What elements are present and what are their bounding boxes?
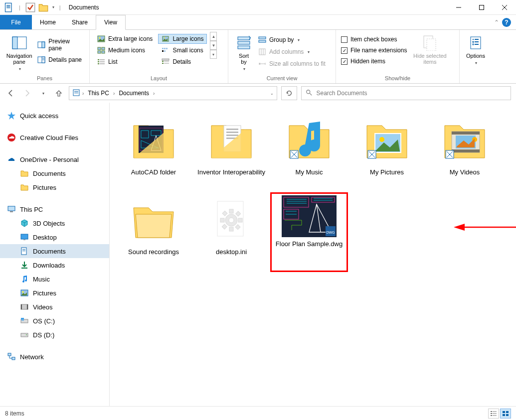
svg-rect-88: [226, 132, 238, 133]
file-area[interactable]: AutoCAD folder Inventor Interoperability…: [110, 103, 516, 406]
file-my-videos[interactable]: My Videos: [426, 113, 504, 192]
svg-rect-34: [162, 50, 164, 52]
item-check-boxes-toggle[interactable]: Item check boxes: [339, 35, 409, 44]
folder-icon: [38, 2, 48, 12]
breadcrumb-this-pc[interactable]: This PC: [86, 90, 111, 97]
nav-music[interactable]: Music: [0, 272, 109, 286]
layout-large[interactable]: Large icons: [158, 34, 207, 44]
nav-videos[interactable]: Videos: [0, 300, 109, 314]
sort-by-button[interactable]: Sort by ▾: [231, 32, 256, 71]
layout-extra-large[interactable]: Extra large icons: [94, 34, 156, 44]
nav-osc[interactable]: OS (C:): [0, 314, 109, 328]
svg-rect-105: [229, 227, 233, 231]
layout-list[interactable]: List: [94, 57, 156, 67]
file-floor-plan-dwg[interactable]: DWG Floor Plan Sample.dwg: [270, 192, 348, 272]
maximize-button[interactable]: [470, 0, 493, 15]
file-my-music[interactable]: My Music: [270, 113, 348, 192]
nav-pictures[interactable]: Pictures: [0, 286, 109, 300]
file-autocad-folder[interactable]: AutoCAD folder: [115, 113, 192, 192]
nav-onedrive[interactable]: OneDrive - Personal: [0, 152, 109, 166]
file-label: Inventor Interoperability: [197, 168, 265, 177]
svg-rect-38: [164, 61, 169, 62]
group-by-button[interactable]: Group by ▾: [256, 35, 328, 45]
address-bar[interactable]: › This PC › Documents › ⌄: [69, 86, 277, 100]
tab-view[interactable]: View: [96, 15, 126, 30]
chevron-down-icon: ▾: [298, 38, 300, 42]
svg-rect-10: [12, 37, 17, 49]
file-desktop-ini[interactable]: desktop.ini: [192, 192, 270, 272]
help-icon[interactable]: ?: [502, 18, 511, 27]
nav-onedrive-pictures[interactable]: Pictures: [0, 180, 109, 194]
layout-small[interactable]: Small icons: [158, 45, 207, 55]
file-inventor[interactable]: Inventor Interoperability: [192, 113, 270, 192]
svg-rect-123: [493, 413, 497, 414]
layout-scroll-up[interactable]: ▲: [210, 32, 217, 41]
svg-rect-43: [238, 46, 250, 49]
preview-pane-button[interactable]: Preview pane: [35, 37, 86, 53]
ribbon-group-layout: Extra large icons Medium icons List Larg…: [90, 30, 228, 83]
file-sound-recordings[interactable]: Sound recordings: [115, 192, 192, 272]
file-my-pictures[interactable]: My Pictures: [348, 113, 426, 192]
options-button[interactable]: Options ▾: [463, 32, 489, 65]
navigation-pane-button[interactable]: Navigation pane ▾: [3, 32, 35, 71]
status-bar: 8 items: [0, 406, 516, 420]
nav-network[interactable]: Network: [0, 350, 109, 364]
svg-rect-21: [98, 51, 101, 53]
chevron-right-icon[interactable]: ›: [153, 91, 155, 96]
file-extensions-toggle[interactable]: ✓File name extensions: [339, 46, 409, 55]
dwg-file-thumbnail: DWG: [282, 195, 337, 237]
chevron-right-icon[interactable]: ›: [82, 91, 84, 96]
hidden-items-toggle[interactable]: ✓Hidden items: [339, 57, 409, 66]
nav-documents[interactable]: Documents: [0, 244, 109, 258]
breadcrumb-documents[interactable]: Documents: [117, 90, 151, 97]
nav-onedrive-documents[interactable]: Documents: [0, 166, 109, 180]
svg-rect-107: [220, 218, 224, 222]
tab-file[interactable]: File: [0, 15, 32, 29]
chevron-right-icon[interactable]: ›: [113, 91, 115, 96]
file-label: My Music: [296, 168, 323, 177]
svg-rect-65: [8, 206, 15, 211]
add-columns-button[interactable]: Add columns ▾: [256, 47, 328, 57]
view-thumbnails-toggle[interactable]: [500, 409, 511, 419]
nav-downloads[interactable]: Downloads: [0, 258, 109, 272]
back-button[interactable]: [5, 87, 17, 99]
file-label: Floor Plan Sample.dwg: [276, 240, 343, 249]
size-columns-button[interactable]: Size all columns to fit: [256, 59, 328, 69]
layout-scroll-more[interactable]: ▾: [210, 50, 217, 59]
svg-rect-67: [21, 234, 28, 239]
layout-medium[interactable]: Medium icons: [94, 45, 156, 55]
nav-desktop[interactable]: Desktop: [0, 230, 109, 244]
svg-rect-78: [21, 319, 28, 323]
checkbox-icon[interactable]: [25, 2, 35, 12]
refresh-button[interactable]: [281, 86, 297, 100]
minimize-button[interactable]: [447, 0, 470, 15]
recent-locations-button[interactable]: ▾: [37, 87, 49, 99]
layout-scroll-down[interactable]: ▼: [210, 41, 217, 50]
folder-thumbnail: [206, 116, 256, 165]
tab-share[interactable]: Share: [64, 15, 96, 29]
nav-quick-access[interactable]: Quick access: [0, 109, 109, 123]
file-label: Sound recordings: [128, 248, 179, 257]
group-label-panes: Panes: [3, 74, 86, 82]
hide-selected-button[interactable]: Hide selected items: [409, 32, 451, 65]
ribbon-group-options: Options ▾: [460, 30, 492, 83]
nav-creative-cloud[interactable]: Creative Cloud Files: [0, 131, 109, 144]
address-dropdown[interactable]: ⌄: [270, 91, 274, 96]
status-view-toggles: [488, 409, 511, 419]
view-details-toggle[interactable]: [488, 409, 499, 419]
details-pane-button[interactable]: Details pane: [35, 55, 86, 65]
folder-icon: [20, 169, 29, 178]
list-icon: [97, 58, 105, 65]
nav-3d-objects[interactable]: 3D Objects: [0, 216, 109, 230]
nav-this-pc[interactable]: This PC: [0, 202, 109, 216]
up-button[interactable]: [53, 87, 65, 99]
nav-dsd[interactable]: DS (D:): [0, 328, 109, 342]
qat-dropdown[interactable]: ▾: [52, 5, 54, 9]
tab-home[interactable]: Home: [32, 15, 64, 29]
search-input[interactable]: Search Documents: [301, 86, 512, 100]
svg-rect-60: [74, 91, 78, 92]
close-button[interactable]: [493, 0, 516, 15]
layout-details[interactable]: Details: [158, 57, 207, 67]
minimize-ribbon-icon[interactable]: ⌃: [494, 19, 499, 26]
forward-button[interactable]: [21, 87, 33, 99]
